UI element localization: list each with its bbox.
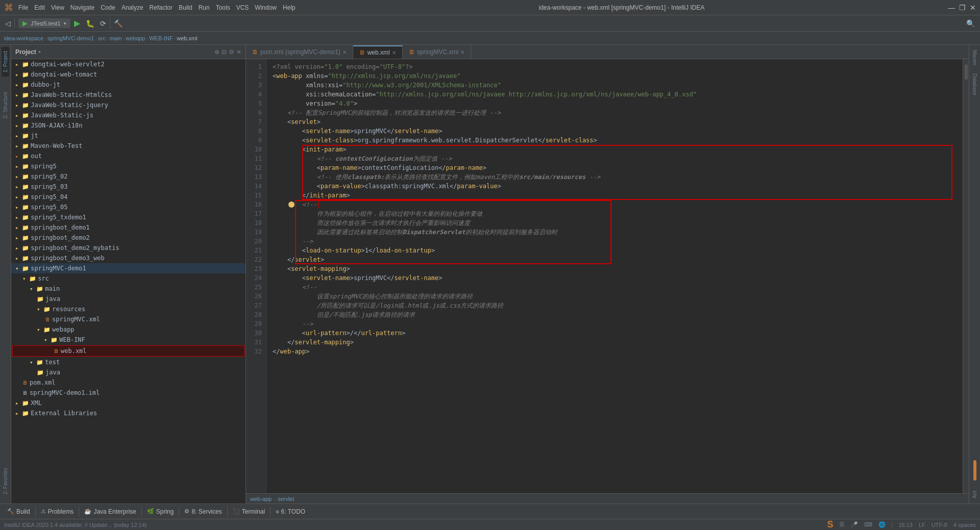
tree-item-java-test[interactable]: 📁 java (11, 367, 246, 377)
database-tab[interactable]: Database (971, 70, 978, 98)
tab-web-xml[interactable]: 🗎 web.xml ✕ (353, 45, 403, 59)
locate-icon[interactable]: ⊕ (214, 48, 219, 56)
java-enterprise-tool-btn[interactable]: ☕ Java Enterprise (79, 505, 141, 518)
breadcrumb-item-2[interactable]: src (98, 35, 106, 41)
tree-item-main[interactable]: ▾ 📁 main (11, 284, 246, 294)
run-button[interactable]: ▶ (72, 17, 82, 29)
web-tab-close[interactable]: ✕ (392, 50, 396, 56)
collapse-all-icon[interactable]: ⊟ (222, 48, 227, 56)
project-tree[interactable]: ▸ 📁 dongtai-web-servlet2 ▸ 📁 dongtai-web… (11, 59, 246, 503)
tree-item-out[interactable]: ▸ 📁 out (11, 151, 246, 161)
tree-item-springboot-demo2[interactable]: ▸ 📁 springboot_demo2 (11, 233, 246, 243)
tree-item-test[interactable]: ▾ 📁 test (11, 357, 246, 367)
build-button[interactable]: 🔨 (112, 18, 125, 29)
project-tab[interactable]: 1: Project (2, 47, 9, 77)
ant-tab[interactable]: Ant (971, 488, 978, 501)
lf-indicator[interactable]: LF (919, 522, 925, 528)
lang-icon2[interactable]: 🌐 (878, 521, 886, 528)
tree-item-spring5-txdemo[interactable]: ▸ 📁 spring5_txdemo1 (11, 212, 246, 222)
tree-item-springboot-demo1[interactable]: ▸ 📁 springboot_demo1 (11, 222, 246, 233)
menu-run[interactable]: Run (199, 4, 210, 11)
breadcrumb-item-5[interactable]: WEB-INF (149, 35, 173, 41)
menu-edit[interactable]: Edit (34, 4, 45, 11)
menu-tools[interactable]: Tools (216, 4, 230, 11)
tree-item-resources[interactable]: ▾ 📁 resources (11, 304, 246, 314)
tree-item-JavaWeb-HtmlCss[interactable]: ▸ 📁 JavaWeb-Static-HtmlCss (11, 90, 246, 100)
menu-view[interactable]: View (51, 4, 64, 11)
line-col-indicator[interactable]: 16:13 (898, 522, 913, 528)
problems-tool-btn[interactable]: ⚠ Problems (36, 505, 79, 518)
tree-item-src[interactable]: ▾ 📁 src (11, 273, 246, 284)
scrollbar-thumb[interactable] (965, 64, 968, 80)
tree-item-JSON-AJAX[interactable]: ▸ 📁 JSON-AJAX-i18n (11, 120, 246, 131)
menu-file[interactable]: File (18, 4, 28, 11)
editor-scrollbar[interactable] (963, 59, 969, 493)
tree-item-spring5-02[interactable]: ▸ 📁 spring5_02 (11, 171, 246, 182)
tree-item-springMVC-demo1[interactable]: ▾ 📁 springMVC-demo1 (11, 263, 246, 273)
tree-item-springboot-mybatis[interactable]: ▸ 📁 springboot_demo2_mybatis (11, 243, 246, 253)
tree-item-java[interactable]: 📁 java (11, 294, 246, 304)
tree-item-external-libraries[interactable]: ▸ 📁 External Libraries (11, 408, 246, 418)
favorites-tab[interactable]: 2: Favorites (2, 464, 9, 498)
nav-back-button[interactable]: ◁ (3, 18, 13, 29)
springmvc-tab-close[interactable]: ✕ (460, 49, 464, 55)
terminal-tool-btn[interactable]: ⬛ Terminal (228, 505, 270, 518)
tree-item-dubbo-jt[interactable]: ▸ 📁 dubbo-jt (11, 80, 246, 90)
indent-indicator[interactable]: 4 spaces (953, 522, 976, 528)
pom-tab-close[interactable]: ✕ (342, 49, 347, 55)
breadcrumb-item-0[interactable]: idea-workspace (4, 35, 43, 41)
todo-tool-btn[interactable]: ≡ 6: TODO (271, 505, 310, 518)
build-tool-btn[interactable]: 🔨 Build (2, 505, 35, 518)
keyboard-icon[interactable]: ⌨ (864, 521, 872, 528)
maven-tab[interactable]: Maven (971, 47, 978, 68)
tree-item-jt[interactable]: ▸ 📁 jt (11, 131, 246, 141)
search-everywhere-button[interactable]: 🔍 (964, 18, 977, 29)
maximize-button[interactable]: ❐ (959, 4, 966, 12)
tree-item-spring5-05[interactable]: ▸ 📁 spring5_05 (11, 202, 246, 212)
tree-item-springboot-demo3[interactable]: ▸ 📁 springboot_demo3_web (11, 253, 246, 263)
breadcrumb-item-3[interactable]: main (109, 35, 121, 41)
breadcrumb-item-1[interactable]: springMVC-demo1 (47, 35, 94, 41)
settings-icon[interactable]: ⚙ (229, 48, 234, 56)
tree-item-springMVC-xml-res[interactable]: 🗎 springMVC.xml (11, 314, 246, 324)
tree-item-dongtai-servlet2[interactable]: ▸ 📁 dongtai-web-servlet2 (11, 59, 246, 69)
menu-vcs[interactable]: VCS (236, 4, 249, 11)
encoding-indicator[interactable]: UTF-8 (932, 522, 947, 528)
spring-tool-btn[interactable]: 🌿 Spring (142, 505, 179, 518)
menu-window[interactable]: Window (255, 4, 277, 11)
tree-item-spring5-04[interactable]: ▸ 📁 spring5_04 (11, 192, 246, 202)
tree-item-XML[interactable]: ▸ 📁 XML (11, 398, 246, 408)
menu-build[interactable]: Build (179, 4, 192, 11)
close-button[interactable]: ✕ (970, 4, 976, 12)
breadcrumb-item-4[interactable]: webapp (126, 35, 145, 41)
close-panel-icon[interactable]: ✕ (236, 48, 241, 56)
minimize-button[interactable]: — (948, 4, 955, 12)
menu-help[interactable]: Help (283, 4, 296, 11)
bottom-breadcrumb-item-1[interactable]: servlet (278, 496, 294, 502)
mic-icon[interactable]: 🎤 (851, 521, 858, 528)
tree-item-JavaWeb-jquery[interactable]: ▸ 📁 JavaWeb-Static-jquery (11, 100, 246, 110)
menu-code[interactable]: Code (101, 4, 115, 11)
tree-item-JavaWeb-js[interactable]: ▸ 📁 JavaWeb-Static-js (11, 110, 246, 120)
debug-button[interactable]: 🐛 (84, 18, 96, 29)
run-config-selector[interactable]: ▶ JTest5.test1 ▾ (18, 18, 70, 28)
code-content[interactable]: <?xml version="1.0" encoding="UTF-8"?> <… (266, 59, 963, 493)
tree-item-iml[interactable]: 🗎 springMVC-demo1.iml (11, 388, 246, 398)
tree-item-spring5-03[interactable]: ▸ 📁 spring5_03 (11, 182, 246, 192)
tree-item-spring5[interactable]: ▸ 📁 spring5 (11, 161, 246, 171)
tree-item-WEB-INF[interactable]: ▾ 📁 WEB-INF (11, 335, 246, 345)
menu-refactor[interactable]: Refactor (150, 4, 173, 11)
menu-navigate[interactable]: Navigate (70, 4, 94, 11)
menu-analyze[interactable]: Analyze (121, 4, 143, 11)
structure-tab[interactable]: Z: Structure (2, 88, 9, 122)
tree-item-webapp[interactable]: ▾ 📁 webapp (11, 324, 246, 335)
services-tool-btn[interactable]: ⚙ 8: Services (179, 505, 227, 518)
tree-item-dongtai-tomact[interactable]: ▸ 📁 dongtai-web-tomact (11, 69, 246, 80)
tab-springMVC-xml[interactable]: 🗎 springMVC.xml ✕ (403, 45, 471, 59)
tree-item-Maven-Web[interactable]: ▸ 📁 Maven-Web-Test (11, 141, 246, 151)
run-with-coverage-button[interactable]: ⟳ (98, 18, 108, 29)
code-editor[interactable]: 1 2 3 4 5 6 7 8 9 10 11 12 13 14 15 16 1… (246, 59, 969, 493)
input-lang-indicator[interactable]: 英 (839, 521, 845, 528)
tree-item-pom-xml[interactable]: 🗎 pom.xml (11, 377, 246, 388)
tree-item-web-xml[interactable]: 🗎 web.xml (12, 345, 244, 357)
